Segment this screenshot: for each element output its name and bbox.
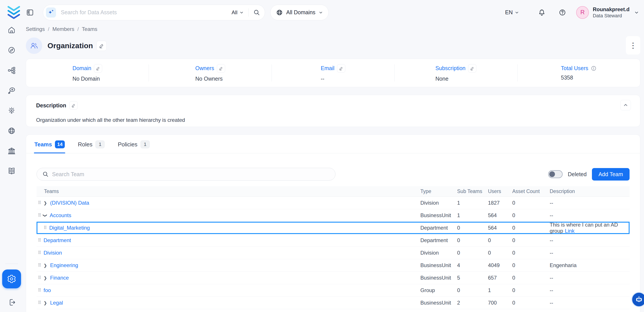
drag-handle-icon[interactable]: ⠿ — [38, 300, 44, 305]
table-row[interactable]: ⠿ ❯ Finance BusinessUnit 5 657 0 -- — [36, 272, 630, 284]
edit-owners-button[interactable] — [217, 64, 225, 73]
team-link[interactable]: (DIVISION) Data — [50, 200, 89, 206]
edit-subscription-button[interactable] — [468, 64, 476, 73]
drag-handle-icon[interactable]: ⠿ — [38, 263, 44, 268]
global-search-bar[interactable]: ✦✦ All — [43, 5, 265, 20]
home-icon[interactable] — [8, 26, 16, 34]
edit-email-button[interactable] — [337, 64, 345, 73]
notifications-bell-icon[interactable] — [538, 9, 546, 16]
top-bar: ✦✦ All All Domains EN R — [0, 0, 644, 25]
table-row[interactable]: ⠿ MO Group 0 142 2 -- — [36, 309, 630, 312]
tab-roles[interactable]: Roles 1 — [78, 135, 105, 153]
team-link[interactable]: Engineering — [50, 262, 78, 268]
logout-button[interactable] — [7, 298, 16, 307]
global-search-input[interactable] — [61, 9, 232, 16]
table-row-selected[interactable]: ⠿ Digital_Marketing Department 0 564 0 T… — [36, 222, 630, 234]
edit-domain-button[interactable] — [94, 64, 102, 73]
team-link[interactable]: Legal — [50, 300, 63, 306]
table-row[interactable]: ⠿ ❯ Legal BusinessUnit 2 700 0 -- — [36, 297, 630, 309]
team-link[interactable]: Finance — [50, 275, 69, 281]
team-search-input[interactable] — [52, 171, 330, 178]
organization-avatar — [26, 38, 42, 54]
team-link[interactable]: Division — [44, 250, 62, 256]
drag-handle-icon[interactable]: ⠿ — [38, 250, 44, 255]
breadcrumb-teams[interactable]: Teams — [82, 26, 98, 32]
logout-icon — [7, 298, 16, 307]
expand-chevron-icon[interactable]: ❯ — [44, 263, 50, 268]
summary-value: -- — [321, 76, 324, 82]
description-text: This is where I can put an AD group — [550, 222, 618, 234]
tab-policies[interactable]: Policies 1 — [117, 135, 150, 153]
more-options-kebab-icon[interactable]: ⋮ — [626, 36, 640, 55]
breadcrumb-settings[interactable]: Settings — [26, 26, 45, 32]
governance-bank-icon[interactable] — [8, 147, 16, 155]
breadcrumb-members[interactable]: Members — [52, 26, 74, 32]
settings-button[interactable] — [2, 269, 21, 288]
table-row[interactable]: ⠿ ❯ Engineering BusinessUnit 4 4049 0 En… — [36, 259, 630, 272]
collapse-chevron-icon[interactable]: ❯ — [43, 214, 48, 217]
team-sub-teams: 0 — [457, 250, 488, 256]
team-sub-teams: 4 — [457, 262, 488, 268]
description-link[interactable]: Link — [565, 228, 574, 234]
user-role: Data Steward — [593, 13, 630, 19]
app-logo-icon[interactable] — [6, 5, 21, 20]
domains-globe-icon[interactable] — [8, 127, 16, 135]
team-type: Department — [420, 237, 457, 243]
team-link[interactable]: foo — [44, 287, 51, 293]
drag-handle-icon[interactable]: ⠿ — [38, 288, 44, 293]
team-type: Division — [420, 250, 457, 256]
drag-handle-icon[interactable]: ⠿ — [38, 238, 44, 243]
tab-teams[interactable]: Teams 14 — [34, 135, 65, 153]
tab-count-badge: 1 — [140, 140, 150, 148]
team-type: BusinessUnit — [420, 275, 457, 281]
all-domains-dropdown[interactable]: All Domains — [270, 5, 329, 20]
team-link[interactable]: Digital_Marketing — [49, 225, 90, 231]
team-search-bar[interactable] — [36, 168, 336, 181]
table-row[interactable]: ⠿ foo Group 0 1 0 -- — [36, 284, 630, 297]
drag-handle-icon[interactable]: ⠿ — [44, 225, 49, 230]
help-icon[interactable] — [559, 9, 566, 16]
team-description: Engenharia — [550, 262, 630, 268]
drag-handle-icon[interactable]: ⠿ — [38, 275, 44, 280]
team-users: 4049 — [488, 262, 512, 268]
summary-label: Domain — [72, 65, 91, 71]
deleted-toggle[interactable] — [548, 170, 562, 178]
team-users: 564 — [488, 225, 512, 231]
drag-handle-icon[interactable]: ⠿ — [38, 200, 44, 206]
table-row[interactable]: ⠿ ❯ (DIVISION) Data Division 1 1827 0 -- — [36, 197, 630, 209]
user-menu[interactable]: R Rounakpreet.d Data Steward — [576, 6, 639, 19]
search-icon[interactable] — [254, 9, 260, 16]
collapse-chevron-up-icon[interactable] — [620, 100, 631, 110]
insights-bulb-icon[interactable] — [8, 106, 16, 115]
team-type: Department — [420, 225, 457, 231]
edit-title-button[interactable] — [96, 41, 106, 51]
gear-icon — [6, 274, 17, 284]
expand-chevron-icon[interactable]: ❯ — [44, 201, 50, 206]
expand-chevron-icon[interactable]: ❯ — [44, 300, 50, 305]
sidebar-toggle-icon[interactable] — [26, 8, 34, 17]
lineage-flow-icon[interactable] — [8, 66, 16, 75]
language-dropdown[interactable]: EN — [505, 9, 519, 16]
team-users: 1827 — [488, 200, 512, 206]
table-row[interactable]: ⠿ Division Division 0 0 0 -- — [36, 247, 630, 259]
summary-value: None — [436, 76, 448, 82]
summary-total-users: Total Users 5358 — [518, 65, 640, 81]
team-type: Group — [420, 287, 457, 293]
search-scope-dropdown[interactable]: All — [232, 10, 244, 16]
team-type: BusinessUnit — [420, 300, 457, 306]
pencil-icon — [72, 103, 76, 107]
team-link[interactable]: Department — [44, 237, 71, 243]
all-domains-label: All Domains — [286, 9, 315, 16]
main-content: Settings / Members / Teams Organization … — [23, 25, 644, 312]
explore-compass-icon[interactable] — [8, 46, 16, 54]
edit-description-button[interactable] — [69, 101, 78, 110]
add-team-button[interactable]: Add Team — [592, 168, 630, 181]
observability-icon[interactable] — [8, 86, 16, 95]
glossary-book-icon[interactable] — [8, 167, 16, 175]
table-row[interactable]: ⠿ Department Department 0 0 0 -- — [36, 234, 630, 247]
team-link[interactable]: Accounts — [50, 212, 71, 218]
ai-sparkle-icon[interactable]: ✦✦ — [46, 8, 56, 18]
expand-chevron-icon[interactable]: ❯ — [44, 275, 50, 280]
table-row[interactable]: ⠿ ❯ Accounts BusinessUnit 1 564 0 -- — [36, 209, 630, 222]
description-panel: Description Organization under which all… — [26, 95, 640, 127]
